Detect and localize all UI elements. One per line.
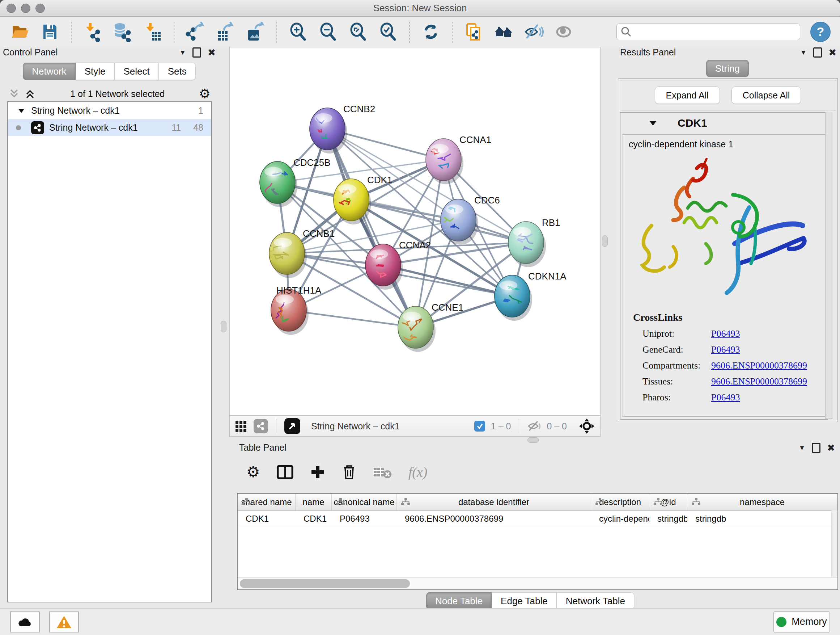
zoom-fit-button[interactable] <box>347 21 369 43</box>
search-input[interactable] <box>616 24 800 40</box>
panel-menu-icon[interactable]: ▼ <box>800 49 807 57</box>
show-glass-button[interactable] <box>553 21 574 43</box>
move-crosshair-icon[interactable] <box>578 418 595 434</box>
selected-checkbox-icon[interactable] <box>474 421 485 432</box>
table-vertical-scrollbar[interactable] <box>831 510 837 578</box>
export-image-button[interactable] <box>245 21 266 43</box>
expand-all-chevron-icon[interactable] <box>24 88 36 100</box>
close-panel-icon[interactable]: ✖ <box>827 443 835 453</box>
column-header-database-identifier[interactable]: database identifier <box>397 494 591 510</box>
memory-button[interactable]: Memory <box>774 611 830 632</box>
network-node-CCNA2[interactable]: CCNA2 <box>365 240 431 290</box>
left-splitter-handle[interactable] <box>221 321 226 333</box>
cloud-services-button[interactable] <box>10 611 40 632</box>
tab-style[interactable]: Style <box>76 63 115 80</box>
panel-menu-icon[interactable]: ▼ <box>179 49 186 57</box>
table-cell[interactable]: cyclin-dependent ... <box>591 511 649 527</box>
clone-network-button[interactable] <box>463 21 484 43</box>
crosslink-value-link[interactable]: 9606.ENSP00000378699 <box>711 376 807 387</box>
network-node-CCNB1[interactable]: CCNB1 <box>267 228 335 278</box>
open-session-button[interactable] <box>9 21 30 43</box>
warnings-button[interactable] <box>49 611 79 632</box>
right-splitter-handle[interactable] <box>602 235 608 247</box>
string-home-button[interactable] <box>493 21 514 43</box>
zoom-in-button[interactable] <box>287 21 309 43</box>
table-row[interactable]: CDK1CDK1P064939606.ENSP00000378699cyclin… <box>238 511 837 527</box>
gear-icon[interactable]: ⚙ <box>199 87 210 100</box>
tab-network-table[interactable]: Network Table <box>557 592 634 610</box>
delete-table-icon[interactable] <box>373 466 392 478</box>
network-edge[interactable] <box>327 129 416 327</box>
tab-node-table[interactable]: Node Table <box>426 592 492 610</box>
results-scrollbar[interactable] <box>825 112 832 419</box>
network-row-selected[interactable]: String Network – cdk1 11 48 <box>8 119 211 136</box>
network-node-CDK1[interactable]: CDK1 <box>333 174 392 225</box>
column-header-description[interactable]: description <box>591 494 649 510</box>
scrollbar-thumb[interactable] <box>240 579 410 588</box>
collapse-triangle-icon[interactable] <box>17 107 25 115</box>
apply-layout-button[interactable] <box>420 21 441 43</box>
table-cell[interactable]: stringdb <box>687 511 837 527</box>
table-horizontal-scrollbar[interactable] <box>238 578 837 589</box>
crosslink-value-link[interactable]: P06493 <box>711 344 740 355</box>
crosslink-value-link[interactable]: 9606.ENSP00000378699 <box>711 360 807 371</box>
tab-network[interactable]: Network <box>23 63 75 80</box>
save-session-button[interactable] <box>39 21 60 43</box>
export-network-button[interactable] <box>185 21 206 43</box>
table-cell[interactable]: P06493 <box>332 511 397 527</box>
column-header-canonical-name[interactable]: canonical name <box>332 494 397 510</box>
show-columns-icon[interactable] <box>277 464 294 480</box>
network-graph[interactable]: CCNB2CCNA1CDC25BCDK1CDC6RB1CCNB1CCNA2CDK… <box>230 48 600 415</box>
grid-mode-icon[interactable] <box>235 420 248 432</box>
zoom-out-button[interactable] <box>317 21 339 43</box>
add-column-icon[interactable] <box>310 464 325 480</box>
bottom-splitter-handle[interactable] <box>527 437 539 443</box>
table-cell[interactable]: CDK1 <box>238 511 295 527</box>
function-builder-icon[interactable]: f(x) <box>409 464 428 480</box>
expand-all-button[interactable]: Expand All <box>655 87 720 104</box>
tab-edge-table[interactable]: Edge Table <box>492 592 557 610</box>
node-result-header[interactable]: CDK1 <box>621 112 827 134</box>
hidden-eye-icon[interactable] <box>527 420 541 432</box>
collapse-all-chevron-icon[interactable] <box>8 88 20 100</box>
tab-string[interactable]: String <box>706 60 749 77</box>
float-panel-icon[interactable] <box>193 48 201 57</box>
column-header-@id[interactable]: @id <box>649 494 687 510</box>
panel-menu-icon[interactable]: ▼ <box>798 444 805 452</box>
collapse-all-button[interactable]: Collapse All <box>731 87 801 104</box>
birds-eye-view-icon[interactable] <box>284 418 300 434</box>
import-table-button[interactable] <box>142 21 163 43</box>
network-collection-row[interactable]: String Network – cdk1 1 <box>8 102 211 119</box>
network-node-CDKN1A[interactable]: CDKN1A <box>494 271 567 321</box>
network-node-CDC25B[interactable]: CDC25B <box>260 157 331 207</box>
close-panel-icon[interactable]: ✖ <box>829 48 836 57</box>
import-network-button[interactable] <box>82 21 103 43</box>
tab-sets[interactable]: Sets <box>159 63 196 80</box>
network-node-CDC6[interactable]: CDC6 <box>441 195 500 245</box>
crosslink-value-link[interactable]: P06493 <box>711 328 740 339</box>
table-options-gear-icon[interactable]: ⚙ <box>246 464 260 480</box>
close-panel-icon[interactable]: ✖ <box>208 48 216 57</box>
network-node-CCNA1[interactable]: CCNA1 <box>426 134 491 184</box>
import-network-from-database-button[interactable] <box>112 21 133 43</box>
help-button[interactable]: ? <box>810 22 831 42</box>
table-cell[interactable]: CDK1 <box>295 511 332 527</box>
crosslink-value-link[interactable]: P06493 <box>711 392 740 403</box>
table-cell[interactable]: 9606.ENSP00000378699 <box>397 511 591 527</box>
network-node-HIST1H1A[interactable]: HIST1H1A <box>271 285 322 335</box>
network-node-CCNE1[interactable]: CCNE1 <box>393 302 463 352</box>
network-node-CCNB2[interactable]: CCNB2 <box>307 103 376 154</box>
float-panel-icon[interactable] <box>813 48 822 57</box>
export-table-button[interactable] <box>215 21 236 43</box>
network-mode-icon[interactable] <box>254 419 268 433</box>
column-header-name[interactable]: name <box>295 494 332 510</box>
column-header-namespace[interactable]: namespace <box>687 494 837 510</box>
network-view-canvas[interactable]: CCNB2CCNA1CDC25BCDK1CDC6RB1CCNB1CCNA2CDK… <box>229 47 600 416</box>
collapse-triangle-icon[interactable] <box>649 119 657 127</box>
column-header-shared-name[interactable]: shared name <box>238 494 295 510</box>
table-cell[interactable]: stringdb:9... <box>649 511 687 527</box>
delete-column-icon[interactable] <box>342 464 356 480</box>
network-node-RB1[interactable]: RB1 <box>508 217 561 267</box>
zoom-selected-button[interactable] <box>378 21 399 43</box>
float-panel-icon[interactable] <box>812 443 821 453</box>
